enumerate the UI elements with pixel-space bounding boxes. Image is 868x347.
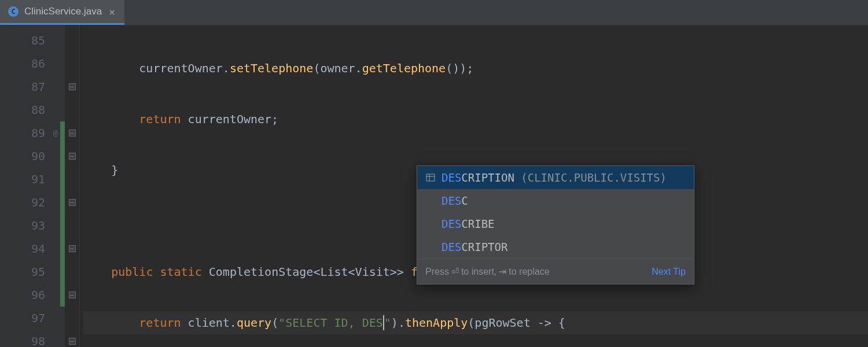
column-icon bbox=[425, 173, 436, 182]
fold-toggle-icon[interactable]: – bbox=[69, 245, 76, 252]
completion-footer: Press ⏎ to insert, ⇥ to replace Next Tip bbox=[417, 259, 694, 284]
line-number: 91 bbox=[0, 168, 60, 191]
completion-item[interactable]: DESCRIBE bbox=[417, 212, 694, 235]
empty-icon bbox=[425, 219, 436, 228]
completion-popup: DESCRIPTION (CLINIC.PUBLIC.VISITS) DESC … bbox=[417, 165, 694, 285]
line-number-gutter: 85 86 87 88 89@ 90 91 92 93 94 95 96 97 … bbox=[0, 25, 60, 347]
line-number: 98 bbox=[0, 330, 60, 347]
empty-icon bbox=[425, 196, 436, 205]
fold-toggle-icon[interactable]: – bbox=[69, 199, 76, 206]
next-tip-link[interactable]: Next Tip bbox=[652, 267, 686, 277]
annotation-icon[interactable]: @ bbox=[53, 121, 58, 145]
fold-gutter: – – – – – – – bbox=[65, 25, 80, 347]
line-number: 86 bbox=[0, 52, 60, 75]
completion-item[interactable]: DESC bbox=[417, 189, 694, 212]
vcs-added-marker[interactable] bbox=[60, 260, 65, 283]
code-line-current[interactable]: return client.query("SELECT ID, DES").th… bbox=[83, 311, 868, 334]
vcs-added-marker[interactable] bbox=[60, 145, 65, 168]
line-number: 94 bbox=[0, 237, 60, 260]
vcs-added-marker[interactable] bbox=[60, 283, 65, 307]
fold-toggle-icon[interactable]: – bbox=[69, 83, 76, 90]
line-number: 96 bbox=[0, 283, 60, 307]
vcs-change-strip bbox=[60, 25, 65, 347]
file-tab[interactable]: C ClinicService.java × bbox=[0, 0, 124, 25]
line-number: 85 bbox=[0, 29, 60, 52]
tab-key-icon: ⇥ bbox=[499, 266, 506, 277]
line-number: 90 bbox=[0, 145, 60, 168]
code-line[interactable]: return currentOwner; bbox=[83, 108, 868, 131]
line-number: 87 bbox=[0, 75, 60, 98]
java-class-icon: C bbox=[8, 6, 19, 17]
fold-toggle-icon[interactable]: – bbox=[69, 291, 76, 298]
vcs-added-marker[interactable] bbox=[60, 191, 65, 214]
close-icon[interactable]: × bbox=[108, 6, 116, 18]
line-number: 93 bbox=[0, 214, 60, 237]
vcs-added-marker[interactable] bbox=[60, 214, 65, 237]
completion-item[interactable]: DESCRIPTION (CLINIC.PUBLIC.VISITS) bbox=[417, 166, 694, 189]
vcs-added-marker[interactable] bbox=[60, 121, 65, 145]
completion-item[interactable]: DESCRIPTOR bbox=[417, 235, 694, 259]
fold-toggle-icon[interactable]: – bbox=[69, 153, 76, 160]
code-line[interactable]: currentOwner.setTelephone(owner.getTelep… bbox=[83, 57, 868, 80]
fold-toggle-icon[interactable]: – bbox=[69, 130, 76, 136]
line-number: 95 bbox=[0, 260, 60, 283]
fold-toggle-icon[interactable]: – bbox=[69, 338, 76, 345]
empty-icon bbox=[425, 242, 436, 252]
line-number: 88 bbox=[0, 98, 60, 121]
line-number: 97 bbox=[0, 307, 60, 330]
enter-key-icon: ⏎ bbox=[451, 266, 459, 277]
line-number: 92 bbox=[0, 191, 60, 214]
vcs-added-marker[interactable] bbox=[60, 237, 65, 260]
line-number: 89@ bbox=[0, 121, 60, 145]
svg-rect-0 bbox=[426, 174, 435, 181]
vcs-added-marker[interactable] bbox=[60, 168, 65, 191]
tab-bar: C ClinicService.java × bbox=[0, 0, 868, 25]
tab-label: ClinicService.java bbox=[24, 6, 102, 17]
